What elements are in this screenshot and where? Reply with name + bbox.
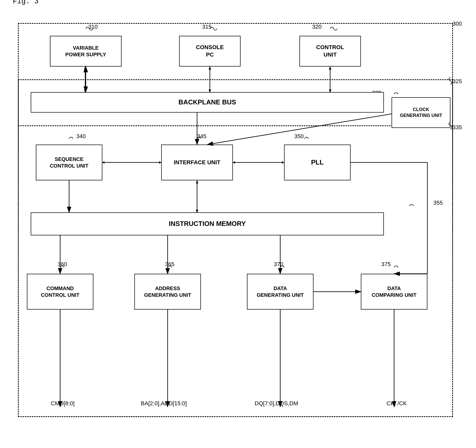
ref-320: 320 (312, 24, 322, 30)
ck-label: CK, /CK (371, 400, 422, 407)
ref-315: 315 (202, 24, 212, 30)
ref-355: 355 (433, 200, 443, 206)
dq-label: DQ[7:0],DQS,DM (235, 400, 317, 407)
ref-370: 370 (274, 261, 283, 268)
ref-325: 325 (452, 78, 462, 85)
diagram: Fig. 3 300 310 315 320 325 330 335 340 3… (13, 8, 463, 430)
ref-375: 375 (381, 261, 391, 268)
ref-350: 350 (294, 133, 304, 140)
ref-335: 335 (452, 124, 462, 131)
data-comparing-unit-block: DATA COMPARING UNIT (361, 274, 427, 310)
ref-365: 365 (165, 261, 175, 268)
cmd-label: CMD[8:0] (40, 400, 86, 407)
ba-add-label: BA[2:0],ADD[15:0] (123, 400, 205, 407)
fig-title: Fig. 3 (13, 0, 39, 5)
clock-generating-unit-block: CLOCK GENERATING UNIT (392, 97, 450, 128)
interface-unit-block: INTERFACE UNIT (161, 145, 233, 180)
data-generating-unit-block: DATA GENERATING UNIT (247, 274, 313, 310)
pll-block: PLL (284, 145, 351, 180)
ref-310: 310 (88, 24, 98, 30)
command-control-unit-block: COMMAND CONTROL UNIT (27, 274, 93, 310)
ref-340: 340 (76, 133, 86, 140)
ref-345: 345 (197, 133, 207, 140)
console-pc-block: CONSOLE PC (179, 36, 241, 67)
sequence-control-unit-block: SEQUENCE CONTROL UNIT (36, 145, 102, 180)
instruction-memory-block: INSTRUCTION MEMORY (31, 212, 384, 235)
backplane-bus-block: BACKPLANE BUS (31, 92, 384, 113)
control-unit-block: CONTROL UNIT (299, 36, 361, 67)
ref-360: 360 (58, 261, 67, 268)
ref-300: 300 (452, 20, 462, 27)
address-generating-unit-block: ADDRESS GENERATING UNIT (134, 274, 201, 310)
variable-power-supply-block: VARIABLE POWER SUPPLY (50, 36, 122, 67)
